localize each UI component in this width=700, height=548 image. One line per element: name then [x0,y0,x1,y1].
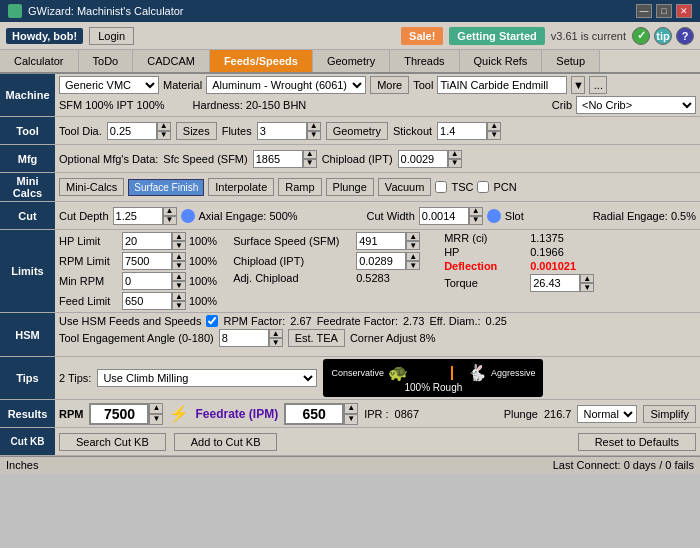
rpm-limit-up[interactable]: ▲ [172,252,186,261]
tab-setup[interactable]: Setup [542,50,600,72]
more-button[interactable]: More [370,76,409,94]
interpolate-button[interactable]: Interpolate [208,178,274,196]
flutes-down[interactable]: ▼ [307,131,321,140]
min-rpm-down[interactable]: ▼ [172,281,186,290]
machine-label: Machine [0,74,55,116]
results-section: Results RPM ▲ ▼ ⚡ Feedrate (IPM) ▲ ▼ IPR… [0,400,700,428]
tool-input[interactable] [437,76,567,94]
tool-section: Tool Tool Dia. ▲ ▼ Sizes Flutes ▲ ▼ Geom… [0,117,700,145]
tab-todo[interactable]: ToDo [79,50,134,72]
tool-more-button[interactable]: ... [589,76,607,94]
search-cutkb-button[interactable]: Search Cut KB [59,433,166,451]
tsc-checkbox[interactable] [435,181,447,193]
help-green-icon[interactable]: ✓ [632,27,650,45]
hp-limit-input[interactable] [122,232,172,250]
help-tip-icon[interactable]: tip [654,27,672,45]
tool-dia-spinner: ▲ ▼ [107,122,171,140]
help-question-icon[interactable]: ? [676,27,694,45]
surface-speed-input[interactable] [356,232,406,250]
cut-width-down[interactable]: ▼ [469,216,483,225]
minimize-button[interactable]: — [636,4,652,18]
hp-limit-down[interactable]: ▼ [172,241,186,250]
chipload-input[interactable] [398,150,448,168]
plunge-button[interactable]: Plunge [326,178,374,196]
hsm-checkbox[interactable] [206,315,218,327]
crib-select[interactable]: <No Crib> [576,96,696,114]
torque-down[interactable]: ▼ [580,283,594,292]
stickout-down[interactable]: ▼ [487,131,501,140]
machine-select[interactable]: Generic VMC [59,76,159,94]
cut-width-label: Cut Width [367,210,415,222]
feedrate-up[interactable]: ▲ [344,403,358,414]
feed-limit-label: Feed Limit [59,295,119,307]
tab-geometry[interactable]: Geometry [313,50,390,72]
cut-width-spinner: ▲ ▼ [419,207,483,225]
close-button[interactable]: ✕ [676,4,692,18]
rpm-limit-down[interactable]: ▼ [172,261,186,270]
feed-limit-up[interactable]: ▲ [172,292,186,301]
tab-threads[interactable]: Threads [390,50,459,72]
min-rpm-input[interactable] [122,272,172,290]
flutes-input[interactable] [257,122,307,140]
feedrate-down[interactable]: ▼ [344,414,358,425]
tip-select[interactable]: Use Climb Milling [97,369,317,387]
tab-cadcam[interactable]: CADCAM [133,50,210,72]
tab-feeds-speeds[interactable]: Feeds/Speeds [210,50,313,72]
min-rpm-up[interactable]: ▲ [172,272,186,281]
maximize-button[interactable]: □ [656,4,672,18]
simplify-button[interactable]: Simplify [643,405,696,423]
stickout-input[interactable] [437,122,487,140]
normal-select[interactable]: Normal [577,405,637,423]
torque-up[interactable]: ▲ [580,274,594,283]
pcn-checkbox[interactable] [477,181,489,193]
mini-calcs-button[interactable]: Mini-Calcs [59,178,124,196]
tool-dia-input[interactable] [107,122,157,140]
sfc-speed-input[interactable] [253,150,303,168]
est-tea-button[interactable]: Est. TEA [288,329,345,347]
surface-speed-down[interactable]: ▼ [406,241,420,250]
reset-defaults-button[interactable]: Reset to Defaults [578,433,696,451]
cut-depth-indicator [181,209,195,223]
torque-input[interactable] [530,274,580,292]
rpm-up[interactable]: ▲ [149,403,163,414]
hp-limit-up[interactable]: ▲ [172,232,186,241]
feedrate-results-input[interactable] [284,403,344,425]
sfc-speed-down[interactable]: ▼ [303,159,317,168]
cut-depth-input[interactable] [113,207,163,225]
material-select[interactable]: Aluminum - Wrought (6061) [206,76,366,94]
cut-width-input[interactable] [419,207,469,225]
ramp-button[interactable]: Ramp [278,178,321,196]
adj-chipload-val: 0.5283 [356,272,390,284]
chipload-limits-input[interactable] [356,252,406,270]
rpm-down[interactable]: ▼ [149,414,163,425]
cut-depth-label: Cut Depth [59,210,109,222]
sizes-button[interactable]: Sizes [176,122,217,140]
tool-dropdown-button[interactable]: ▼ [571,76,585,94]
rpm-pct-label: 100% [189,255,217,267]
chipload-down[interactable]: ▼ [448,159,462,168]
tea-up[interactable]: ▲ [269,329,283,338]
feed-limit-input[interactable] [122,292,172,310]
surface-finish-button[interactable]: Surface Finish [128,179,204,196]
tab-calculator[interactable]: Calculator [0,50,79,72]
cut-depth-down[interactable]: ▼ [163,216,177,225]
tea-down[interactable]: ▼ [269,338,283,347]
tool-dia-down[interactable]: ▼ [157,131,171,140]
chipload-limits-up[interactable]: ▲ [406,252,420,261]
login-button[interactable]: Login [89,27,134,45]
torque-label: Torque [444,277,524,289]
add-cutkb-button[interactable]: Add to Cut KB [174,433,278,451]
sale-button[interactable]: Sale! [401,27,443,45]
feed-limit-down[interactable]: ▼ [172,301,186,310]
rpm-results-input[interactable] [89,403,149,425]
geometry-button[interactable]: Geometry [326,122,388,140]
chipload-limits-down[interactable]: ▼ [406,261,420,270]
rpm-limit-input[interactable] [122,252,172,270]
tab-quick-refs[interactable]: Quick Refs [460,50,543,72]
getting-started-button[interactable]: Getting Started [449,27,544,45]
vacuum-button[interactable]: Vacuum [378,178,432,196]
surface-speed-up[interactable]: ▲ [406,232,420,241]
cutkb-section: Cut KB Search Cut KB Add to Cut KB Reset… [0,428,700,456]
aggressive-label: Aggressive [491,368,536,378]
tea-input[interactable] [219,329,269,347]
